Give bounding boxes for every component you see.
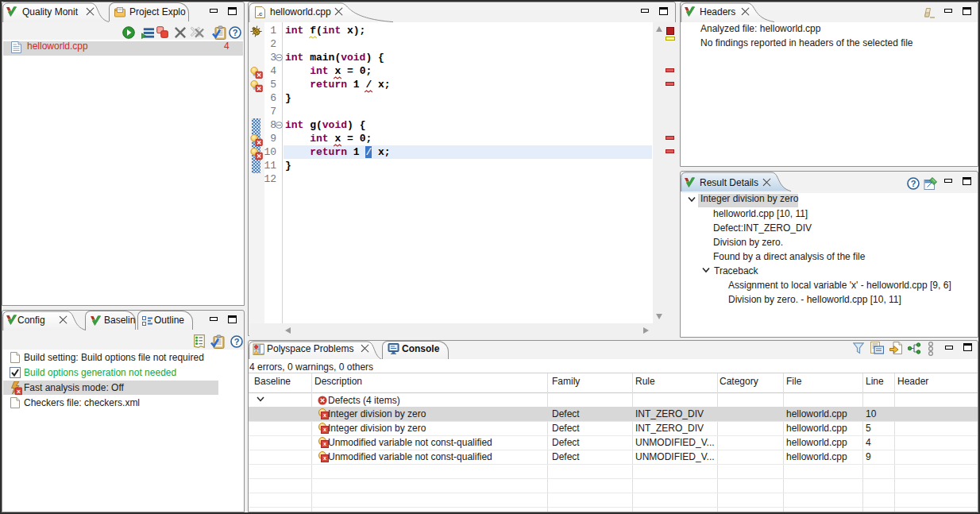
svg-text:?: ? — [233, 28, 238, 37]
svg-text:.c: .c — [257, 10, 263, 17]
svg-text:?: ? — [911, 179, 916, 188]
svg-text:x: x — [17, 388, 21, 395]
svg-text:?: ? — [234, 337, 240, 346]
